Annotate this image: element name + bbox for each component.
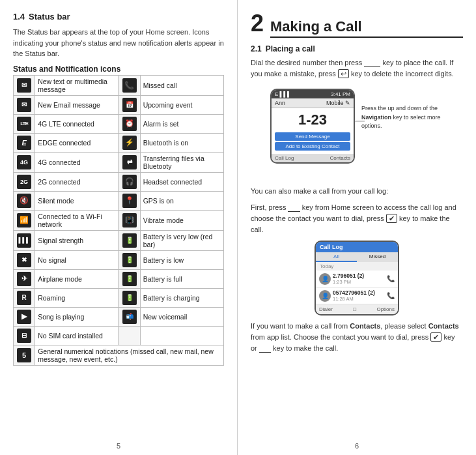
- calllog-name-2: 05742796051 (2): [333, 289, 385, 296]
- table-row: LTE 4G LTE connected ⏰ Alarm is set: [14, 114, 224, 133]
- icon-lte: LTE: [17, 117, 31, 131]
- icon-silent: 🔇: [17, 194, 31, 208]
- call-log-instructions: First, press key from Home screen to acc…: [251, 202, 463, 235]
- label-song-playing: Song is playing: [35, 307, 119, 326]
- label-battery-low: Battery is low: [140, 250, 223, 269]
- icon-alarm: ⏰: [122, 117, 137, 131]
- chapter-header: 2 Making a Call: [251, 12, 463, 38]
- section-label: 1.4: [13, 12, 25, 22]
- label-new-text: New text or multimedia message: [35, 75, 119, 95]
- calllog-tabs: All Missed: [316, 252, 398, 262]
- phone-mockup-dialer: E ▌▌▌ 3:41 PM Ann Mobile ✎ 1-23 Send Mes…: [270, 89, 355, 164]
- table-row: ✈ Airplane mode 🔋 Battery is full: [14, 269, 224, 288]
- table-row: 🔇 Silent mode 📍 GPS is on: [14, 191, 224, 210]
- chapter-title: Making a Call: [270, 18, 463, 38]
- icon-edge: E: [17, 136, 31, 150]
- right-page: 2 Making a Call 2.1 Placing a call Dial …: [238, 0, 476, 455]
- icon-headset: 🎧: [122, 175, 137, 189]
- table-row: 📶 Connected to a Wi-Fi network 📳 Vibrate…: [14, 210, 224, 230]
- icon-new-text: ✉: [17, 78, 31, 93]
- icon-gps: 📍: [122, 194, 137, 208]
- calllog-tab-missed[interactable]: Missed: [357, 252, 398, 262]
- label-gps: GPS is on: [140, 191, 223, 210]
- label-headset: Headset connected: [140, 172, 223, 191]
- add-to-contact-btn[interactable]: Add to Existing Contact: [275, 142, 350, 151]
- icon-battery-low-red: 🔋: [122, 233, 137, 248]
- calllog-time-2: 11:28 AM: [333, 296, 385, 302]
- table-row: ✖ No signal 🔋 Battery is low: [14, 250, 224, 269]
- calllog-entry-1: 👤 2.796051 (2) 1:23 PM 📞: [316, 271, 398, 287]
- label-battery-low-red: Battery is very low (red bar): [140, 230, 223, 250]
- label-lte: 4G LTE connected: [35, 114, 119, 133]
- label-wifi: Connected to a Wi-Fi network: [35, 210, 119, 230]
- section-title-right: Placing a call: [266, 44, 315, 53]
- label-upcoming-event: Upcoming event: [140, 95, 223, 114]
- placing-call-intro: Dial the desired number then press key t…: [251, 57, 463, 80]
- icon-voicemail: 📬: [122, 310, 137, 324]
- calllog-time-1: 1:23 PM: [333, 279, 385, 285]
- icon-bluetooth: ⚡: [122, 136, 137, 150]
- status-bar-right: 3:41 PM: [331, 91, 350, 97]
- icon-2g: 2G: [17, 175, 31, 189]
- phone-bottom-left[interactable]: Call Log: [275, 155, 294, 161]
- contact-type: Mobile ✎: [326, 100, 350, 106]
- phone-mockup-wrapper: E ▌▌▌ 3:41 PM Ann Mobile ✎ 1-23 Send Mes…: [251, 85, 463, 179]
- calllog-bottom-mid[interactable]: □: [353, 306, 356, 312]
- table-row: ✉ New text or multimedia message 📞 Misse…: [14, 75, 224, 95]
- icon-general-notif: 5: [17, 348, 31, 362]
- label-transfer-bt: Transferring files via Bluetooty: [140, 152, 223, 172]
- table-row-general: 5 General numerical notications (missed …: [14, 345, 224, 365]
- label-email: New Email message: [35, 95, 119, 114]
- calllog-bottom-dialer[interactable]: Dialer: [319, 306, 333, 312]
- phone-number-display: 1-23: [272, 108, 354, 130]
- label-signal: Signal strength: [35, 230, 119, 250]
- icon-song-playing: ▶: [17, 310, 31, 324]
- label-4g: 4G connected: [35, 152, 119, 172]
- calllog-bottom-options[interactable]: Options: [376, 306, 395, 312]
- icon-vibrate: 📳: [122, 213, 137, 228]
- calllog-entry-2: 👤 05742796051 (2) 11:28 AM 📞: [316, 287, 398, 304]
- icon-battery-charging: 🔋: [122, 291, 137, 305]
- table-row: E EDGE connected ⚡ Bluetooth is on: [14, 133, 224, 152]
- send-message-btn[interactable]: Send Message: [275, 132, 350, 141]
- icon-no-signal: ✖: [17, 253, 31, 267]
- section-title-left: Status bar: [29, 12, 70, 22]
- table-row: ▶ Song is playing 📬 New voicemail: [14, 307, 224, 326]
- icon-missed-call: 📞: [122, 78, 137, 93]
- calllog-header: Call Log: [316, 242, 398, 252]
- calllog-bottom-bar: Dialer □ Options: [316, 304, 398, 314]
- contacts-para: If you want to make a call from Contacts…: [251, 321, 463, 354]
- calllog-info-1: 2.796051 (2) 1:23 PM: [333, 272, 385, 285]
- left-page: 1.4 Status bar The Status bar appears at…: [0, 0, 238, 455]
- calllog-tab-all[interactable]: All: [316, 252, 357, 262]
- label-voicemail: New voicemail: [140, 307, 223, 326]
- icon-upcoming-event: 📅: [122, 98, 137, 112]
- call-icon-2[interactable]: 📞: [387, 292, 395, 299]
- table-row: 2G 2G connected 🎧 Headset connected: [14, 172, 224, 191]
- label-alarm: Alarm is set: [140, 114, 223, 133]
- table-row: 4G 4G connected ⇄ Transferring files via…: [14, 152, 224, 172]
- label-2g: 2G connected: [35, 172, 119, 191]
- table-row: ⊟ No SIM card installed: [14, 326, 224, 345]
- page-number-right: 6: [355, 442, 359, 450]
- label-general-notif: General numerical notications (missed ca…: [35, 345, 224, 365]
- label-silent: Silent mode: [35, 191, 119, 210]
- calllog-date: Today: [316, 262, 398, 271]
- call-log-intro: You can also make a call from your call …: [251, 186, 463, 197]
- label-battery-charging: Battery is charging: [140, 288, 223, 307]
- icon-airplane: ✈: [17, 272, 31, 286]
- phone-bottom-bar: Call Log Contacts: [272, 154, 354, 162]
- contact-name: Ann: [275, 100, 285, 106]
- call-icon-1[interactable]: 📞: [387, 275, 395, 282]
- table-heading: Status and Notification icons: [13, 65, 224, 74]
- label-vibrate: Vibrate mode: [140, 210, 223, 230]
- label-missed-call: Missed call: [140, 75, 223, 95]
- icon-battery-low: 🔋: [122, 253, 137, 267]
- phone-buttons-area: Send Message Add to Existing Contact: [272, 130, 354, 154]
- label-edge: EDGE connected: [35, 133, 119, 152]
- label-airplane: Airplane mode: [35, 269, 119, 288]
- phone-bottom-right[interactable]: Contacts: [329, 155, 350, 161]
- label-no-signal: No signal: [35, 250, 119, 269]
- intro-text-left: The Status bar appears at the top of you…: [13, 27, 224, 59]
- icon-wifi: 📶: [17, 213, 31, 228]
